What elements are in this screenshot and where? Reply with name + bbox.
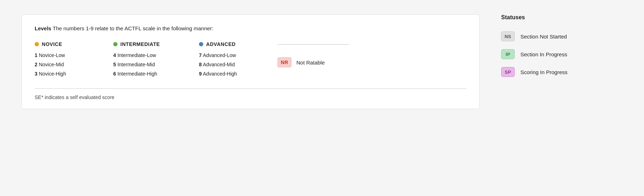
- status-badge-sp: SP: [501, 67, 515, 77]
- main-container: Levels The numbers 1-9 relate to the ACT…: [0, 0, 644, 196]
- advanced-high-text: Advanced-High: [203, 71, 237, 77]
- se-note: SE* indicates a self evaluated score: [35, 94, 466, 100]
- intermediate-high-text: Intermediate-High: [118, 71, 157, 77]
- status-badge-ns: NS: [501, 31, 515, 41]
- intermediate-mid: 5 Intermediate-Mid: [113, 60, 199, 69]
- intermediate-mid-num: 5: [113, 62, 116, 67]
- novice-high: 3 Novice-High: [35, 69, 113, 78]
- novice-category: NOVICE: [35, 41, 113, 47]
- advanced-column: ADVANCED 7 Advanced-Low 8 Advanced-Mid 9…: [199, 41, 278, 78]
- intermediate-dot: [113, 42, 118, 46]
- advanced-category: ADVANCED: [199, 41, 278, 47]
- novice-low-num: 1: [35, 52, 38, 58]
- separator-line: [278, 44, 349, 45]
- levels-grid: NOVICE 1 Novice-Low 2 Novice-Mid 3 Novic…: [35, 41, 466, 78]
- advanced-low: 7 Advanced-Low: [199, 51, 278, 60]
- advanced-high: 9 Advanced-High: [199, 69, 278, 78]
- intermediate-low-num: 4: [113, 52, 116, 58]
- novice-mid: 2 Novice-Mid: [35, 60, 113, 69]
- intermediate-column: INTERMEDIATE 4 Intermediate-Low 5 Interm…: [113, 41, 199, 78]
- levels-section: Levels The numbers 1-9 relate to the ACT…: [21, 14, 480, 109]
- levels-header: Levels The numbers 1-9 relate to the ACT…: [35, 25, 466, 31]
- novice-dot: [35, 42, 39, 46]
- not-ratable-label: Not Ratable: [296, 60, 325, 66]
- levels-bold-label: Levels: [35, 25, 51, 31]
- advanced-low-num: 7: [199, 52, 202, 58]
- intermediate-label: INTERMEDIATE: [120, 41, 160, 47]
- advanced-mid-num: 8: [199, 62, 202, 67]
- intermediate-category: INTERMEDIATE: [113, 41, 199, 47]
- status-item-ns: NS Section Not Started: [501, 31, 623, 41]
- intermediate-high-num: 6: [113, 71, 116, 77]
- statuses-header: Statuses: [501, 14, 623, 21]
- advanced-high-num: 9: [199, 71, 202, 77]
- status-list: NS Section Not Started IP Section In Pro…: [501, 31, 623, 77]
- status-badge-ip: IP: [501, 49, 515, 59]
- status-label-ns: Section Not Started: [520, 33, 567, 40]
- status-label-ip: Section In Progress: [520, 51, 567, 57]
- nr-badge: NR: [278, 57, 291, 67]
- novice-low-text: Novice-Low: [39, 52, 65, 58]
- statuses-section: Statuses NS Section Not Started IP Secti…: [501, 14, 623, 77]
- advanced-mid: 8 Advanced-Mid: [199, 60, 278, 69]
- intermediate-low: 4 Intermediate-Low: [113, 51, 199, 60]
- bottom-divider: [35, 88, 466, 89]
- not-ratable-column: NR Not Ratable: [278, 41, 466, 78]
- intermediate-mid-text: Intermediate-Mid: [118, 62, 155, 67]
- levels-header-text: The numbers 1-9 relate to the ACTFL scal…: [51, 25, 214, 31]
- status-label-sp: Scoring In Progress: [520, 69, 568, 75]
- status-item-ip: IP Section In Progress: [501, 49, 623, 59]
- novice-low: 1 Novice-Low: [35, 51, 113, 60]
- not-ratable-row: NR Not Ratable: [278, 57, 325, 67]
- novice-high-text: Novice-High: [39, 71, 66, 77]
- novice-mid-num: 2: [35, 62, 38, 67]
- novice-column: NOVICE 1 Novice-Low 2 Novice-Mid 3 Novic…: [35, 41, 113, 78]
- advanced-mid-text: Advanced-Mid: [203, 62, 235, 67]
- novice-high-num: 3: [35, 71, 38, 77]
- intermediate-high: 6 Intermediate-High: [113, 69, 199, 78]
- advanced-dot: [199, 42, 203, 46]
- novice-label: NOVICE: [42, 41, 62, 47]
- novice-mid-text: Novice-Mid: [39, 62, 64, 67]
- status-item-sp: SP Scoring In Progress: [501, 67, 623, 77]
- intermediate-low-text: Intermediate-Low: [118, 52, 156, 58]
- advanced-label: ADVANCED: [206, 41, 236, 47]
- advanced-low-text: Advanced-Low: [203, 52, 236, 58]
